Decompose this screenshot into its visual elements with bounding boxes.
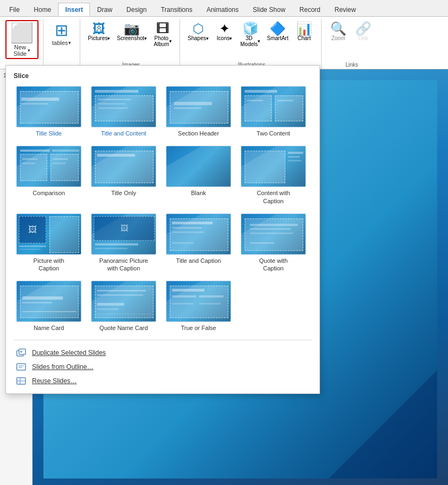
tab-slideshow[interactable]: Slide Show	[246, 3, 292, 16]
duplicate-slides-action[interactable]: Duplicate Selected Slides	[11, 346, 314, 360]
layout-label-title-caption: Title and Caption	[176, 257, 221, 264]
smartart-icon: 🔷	[270, 22, 286, 35]
pictures-label: Pictures ▾	[88, 35, 110, 41]
table-dropdown-arrow[interactable]: ▾	[68, 40, 71, 46]
tab-bar: File Home Insert Draw Design Transitions…	[0, 0, 448, 16]
layout-thumb-title-slide	[16, 86, 81, 127]
dropdown-divider-1	[14, 340, 312, 340]
layout-thumb-title-only	[91, 146, 156, 187]
layout-label-title-content: Title and Content	[101, 130, 146, 137]
tab-home[interactable]: Home	[27, 3, 58, 16]
layout-thumb-picture-caption: 🖼	[16, 214, 81, 255]
tab-design[interactable]: Design	[119, 3, 153, 16]
layout-item-section-header[interactable]: Section Header	[163, 84, 234, 139]
dropdown-section-title: Slice	[11, 71, 314, 84]
new-slide-dropdown-arrow[interactable]: ▾	[28, 48, 30, 53]
table-icon: ⊞	[55, 22, 68, 38]
layout-thumb-comparison	[16, 146, 81, 187]
layout-label-panoramic-picture: Panoramic Picturewith Caption	[99, 257, 148, 273]
ribbon-group-slides: ⬜ NewSlide ▾	[3, 19, 43, 69]
slides-from-outline-action[interactable]: Slides from Outline…	[11, 360, 314, 374]
layout-thumb-title-content	[91, 86, 156, 127]
layout-item-title-only[interactable]: Title Only	[88, 144, 159, 207]
layout-item-name-card[interactable]: Name Card	[14, 279, 84, 334]
ribbon-group-table: ⊞ tables ▾	[46, 19, 80, 69]
layout-thumb-panoramic-picture: 🖼	[91, 214, 156, 255]
3d-models-label: 3DModels ▾	[240, 35, 260, 47]
layout-thumb-section-header	[166, 86, 231, 127]
tab-record[interactable]: Record	[292, 3, 328, 16]
ribbon-group-links: 🔍 Zoom 🔗 Link Links	[324, 19, 380, 69]
layout-item-panoramic-picture[interactable]: 🖼 Panoramic Picturewith Caption	[88, 211, 159, 275]
layout-item-quote-name[interactable]: Quote Name Card	[88, 279, 159, 334]
3d-models-icon: 🧊	[242, 22, 259, 35]
icons-label: Icons ▾	[217, 35, 233, 41]
shapes-icon: ⬡	[193, 22, 204, 35]
layout-item-title-slide[interactable]: Title Slide	[14, 84, 84, 139]
photo-album-label: PhotoAlbum ▾	[153, 35, 171, 47]
tab-transitions[interactable]: Transitions	[153, 3, 199, 16]
layout-label-quote-name: Quote Name Card	[99, 324, 148, 332]
layout-thumb-name-card	[16, 281, 81, 322]
chart-button[interactable]: 📊 Chart	[292, 20, 317, 43]
link-button[interactable]: 🔗 Link	[351, 20, 376, 43]
icons-button[interactable]: ✦ Icons ▾	[212, 20, 237, 43]
screenshot-icon: 📷	[124, 22, 140, 35]
layout-item-title-caption[interactable]: Title and Caption	[163, 211, 234, 275]
shapes-button[interactable]: ⬡ Shapes ▾	[184, 20, 212, 43]
tab-review[interactable]: Review	[328, 3, 363, 16]
layout-item-quote-caption[interactable]: Quote withCaption	[238, 211, 309, 275]
new-slide-icon: ⬜	[10, 23, 34, 43]
ribbon-group-images: 🖼 Pictures ▾ 📷 Screenshot ▾ 🎞 PhotoAlbum…	[82, 19, 180, 69]
layout-label-title-slide: Title Slide	[36, 130, 62, 137]
ribbon-commands: ⬜ NewSlide ▾ ⊞ tables ▾ 🖼	[0, 16, 448, 69]
layout-thumb-two-content	[241, 86, 306, 127]
layout-item-comparison[interactable]: Comparison	[14, 144, 84, 207]
icons-icon: ✦	[219, 22, 230, 35]
layout-label-comparison: Comparison	[33, 189, 65, 197]
zoom-label: Zoom	[331, 35, 345, 41]
photo-album-button[interactable]: 🎞 PhotoAlbum ▾	[150, 20, 175, 49]
layout-item-picture-caption[interactable]: 🖼 Picture withCaption	[14, 211, 84, 275]
duplicate-slides-label: Duplicate Selected Slides	[32, 349, 106, 357]
layout-label-blank: Blank	[191, 189, 206, 197]
links-group-label: Links	[324, 62, 380, 68]
layout-thumb-blank	[166, 146, 231, 187]
tab-file[interactable]: File	[2, 3, 27, 16]
smartart-label: SmartArt	[267, 35, 288, 41]
shapes-label: Shapes ▾	[188, 35, 209, 41]
layout-thumb-quote-name	[91, 281, 156, 322]
screenshot-button[interactable]: 📷 Screenshot ▾	[113, 20, 150, 43]
new-slide-button[interactable]: ⬜ NewSlide ▾	[5, 20, 39, 59]
screenshot-label: Screenshot ▾	[117, 35, 147, 41]
zoom-icon: 🔍	[330, 22, 347, 35]
layout-item-true-false[interactable]: True or False	[163, 279, 234, 334]
photo-album-icon: 🎞	[156, 22, 169, 35]
zoom-button[interactable]: 🔍 Zoom	[326, 20, 351, 43]
table-button[interactable]: ⊞ tables ▾	[48, 20, 75, 48]
layout-label-section-header: Section Header	[178, 130, 219, 137]
layout-item-content-caption[interactable]: Content withCaption	[238, 144, 309, 207]
layout-item-title-content[interactable]: Title and Content	[88, 84, 159, 139]
layout-thumb-quote-caption	[241, 214, 306, 255]
tab-draw[interactable]: Draw	[90, 3, 119, 16]
smartart-button[interactable]: 🔷 SmartArt	[264, 20, 291, 43]
layout-label-quote-caption: Quote withCaption	[259, 257, 288, 273]
chart-label: Chart	[297, 35, 310, 41]
layout-thumb-title-caption	[166, 214, 231, 255]
3d-models-button[interactable]: 🧊 3DModels ▾	[237, 20, 264, 49]
layout-label-content-caption: Content withCaption	[257, 189, 290, 205]
link-icon: 🔗	[355, 22, 372, 35]
tab-animations[interactable]: Animations	[200, 3, 246, 16]
svg-rect-4	[17, 364, 25, 370]
ribbon-group-illustrations: ⬡ Shapes ▾ ✦ Icons ▾ 🧊 3DModels ▾ 🔷 Smar…	[182, 19, 322, 69]
layout-label-picture-caption: Picture withCaption	[34, 257, 65, 273]
layout-label-name-card: Name Card	[34, 324, 64, 332]
layout-item-blank[interactable]: Blank	[163, 144, 234, 207]
layout-thumb-true-false	[166, 281, 231, 322]
chart-icon: 📊	[296, 22, 312, 35]
pictures-button[interactable]: 🖼 Pictures ▾	[85, 20, 113, 43]
layout-item-two-content[interactable]: Two Content	[238, 84, 309, 139]
reuse-slides-action[interactable]: Reuse Slides…	[11, 374, 314, 388]
tab-insert[interactable]: Insert	[58, 3, 90, 16]
